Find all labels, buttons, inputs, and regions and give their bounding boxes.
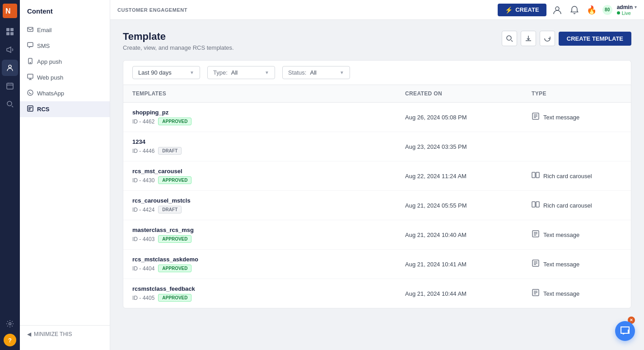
svg-rect-20 bbox=[532, 172, 535, 178]
type-filter[interactable]: Type: All ▼ bbox=[207, 66, 275, 79]
template-name: rcs_carousel_mstcls bbox=[132, 197, 405, 204]
minimize-sidebar-button[interactable]: ◀ MINIMIZE THIS bbox=[20, 325, 110, 343]
svg-point-18 bbox=[507, 36, 511, 40]
svg-point-13 bbox=[30, 62, 31, 63]
svg-rect-22 bbox=[532, 202, 535, 207]
refresh-button[interactable] bbox=[540, 31, 555, 46]
template-name: masterclass_rcs_msg bbox=[132, 227, 405, 233]
svg-rect-5 bbox=[10, 32, 14, 35]
template-meta: ID - 4430 APPROVED bbox=[132, 176, 405, 184]
admin-info: admin ▾ Live bbox=[617, 4, 637, 16]
whatsapp-icon bbox=[27, 90, 33, 97]
date-range-value: Last 90 days bbox=[138, 69, 172, 76]
create-button[interactable]: ⚡ CREATE bbox=[498, 4, 546, 16]
chevron-left-icon: ◀ bbox=[27, 331, 31, 337]
date-range-filter[interactable]: Last 90 days ▼ bbox=[132, 66, 200, 79]
search-button[interactable] bbox=[502, 31, 517, 46]
template-name-cell: shopping_pz ID - 4462 APPROVED bbox=[132, 109, 405, 125]
type-label: Text message bbox=[543, 290, 579, 297]
type-icon bbox=[532, 230, 540, 240]
nav-search-icon[interactable] bbox=[2, 96, 18, 112]
created-on-cell: Aug 23, 2024 03:35 PM bbox=[405, 143, 532, 150]
status-filter-label: Status: bbox=[288, 69, 306, 76]
status-filter[interactable]: Status: All ▼ bbox=[282, 66, 350, 79]
table-row[interactable]: 1234 ID - 4446 DRAFT Aug 23, 2024 03:35 … bbox=[123, 132, 631, 161]
sidebar-item-email[interactable]: Email bbox=[20, 22, 110, 38]
created-on-cell: Aug 21, 2024 10:41 AM bbox=[405, 261, 532, 268]
svg-point-17 bbox=[555, 7, 559, 10]
download-button[interactable] bbox=[521, 31, 536, 46]
created-on-cell: Aug 21, 2024 10:44 AM bbox=[405, 290, 532, 297]
table-row[interactable]: rcs_mst_carousel ID - 4430 APPROVED Aug … bbox=[123, 161, 631, 191]
sidebar-rcs-label: RCS bbox=[37, 106, 49, 113]
nav-help-icon[interactable]: ? bbox=[4, 334, 16, 346]
date-range-chevron: ▼ bbox=[190, 70, 194, 75]
created-on-cell: Aug 21, 2024 05:55 PM bbox=[405, 202, 532, 209]
table-row[interactable]: masterclass_rcs_msg ID - 4403 APPROVED A… bbox=[123, 220, 631, 250]
template-name-cell: rcs_mstclass_askdemo ID - 4404 APPROVED bbox=[132, 256, 405, 272]
svg-text:N: N bbox=[5, 7, 11, 15]
status-badge: DRAFT bbox=[158, 206, 182, 213]
live-label: Live bbox=[622, 10, 631, 16]
template-name-cell: rcs_carousel_mstcls ID - 4424 DRAFT bbox=[132, 197, 405, 213]
header-actions: CREATE TEMPLATE bbox=[502, 31, 631, 46]
template-meta: ID - 4462 APPROVED bbox=[132, 118, 405, 125]
flame-icon[interactable]: 🔥 bbox=[585, 4, 598, 16]
sidebar-item-app-push[interactable]: App push bbox=[20, 54, 110, 70]
sidebar-item-rcs[interactable]: RCS bbox=[20, 101, 110, 117]
nav-calendar-icon[interactable] bbox=[2, 78, 18, 94]
col-templates: Templates bbox=[132, 90, 405, 97]
type-cell: Text message bbox=[532, 259, 622, 269]
type-icon bbox=[532, 112, 540, 122]
admin-name: admin bbox=[617, 4, 633, 10]
live-dot bbox=[617, 11, 620, 14]
sidebar-title: Content bbox=[20, 7, 110, 22]
sidebar-email-label: Email bbox=[37, 27, 52, 33]
template-name: 1234 bbox=[132, 138, 405, 145]
svg-rect-2 bbox=[6, 28, 9, 31]
svg-rect-23 bbox=[536, 202, 539, 207]
template-id: ID - 4446 bbox=[132, 148, 154, 154]
sidebar-item-sms[interactable]: SMS bbox=[20, 38, 110, 54]
nav-grid-icon[interactable] bbox=[2, 24, 18, 40]
notification-icon[interactable] bbox=[568, 4, 581, 16]
type-cell: Text message bbox=[532, 230, 622, 240]
sidebar-item-whatsapp[interactable]: WhatsApp bbox=[20, 85, 110, 101]
status-badge: APPROVED bbox=[158, 294, 191, 302]
profile-icon[interactable] bbox=[551, 4, 564, 16]
type-cell: Text message bbox=[532, 112, 622, 122]
brand-logo[interactable]: N bbox=[3, 4, 17, 18]
created-on-cell: Aug 21, 2024 10:40 AM bbox=[405, 232, 532, 238]
create-template-button[interactable]: CREATE TEMPLATE bbox=[559, 32, 631, 46]
status-badge: APPROVED bbox=[158, 235, 191, 243]
page-title: Template bbox=[123, 31, 234, 43]
chat-bubble-button[interactable] bbox=[615, 321, 635, 341]
type-chevron: ▼ bbox=[265, 70, 269, 75]
type-filter-label: Type: bbox=[213, 69, 228, 76]
notification-count[interactable]: 80 bbox=[602, 5, 612, 15]
template-id: ID - 4404 bbox=[132, 265, 154, 272]
nav-person-icon[interactable] bbox=[2, 60, 18, 76]
nav-settings-icon[interactable] bbox=[2, 316, 18, 332]
template-name-cell: rcsmstclass_feedback ID - 4405 APPROVED bbox=[132, 285, 405, 302]
content-area: Template Create, view, and manage RCS te… bbox=[110, 20, 644, 350]
template-meta: ID - 4403 APPROVED bbox=[132, 235, 405, 243]
table-row[interactable]: rcsmstclass_feedback ID - 4405 APPROVED … bbox=[123, 279, 631, 308]
table-row[interactable]: rcs_mstclass_askdemo ID - 4404 APPROVED … bbox=[123, 250, 631, 279]
svg-rect-21 bbox=[536, 172, 539, 178]
sidebar-item-web-push[interactable]: Web push bbox=[20, 70, 110, 85]
template-name: shopping_pz bbox=[132, 109, 405, 116]
sidebar: Content Email SMS App push Web bbox=[20, 0, 110, 350]
svg-rect-10 bbox=[28, 28, 33, 32]
app-push-icon bbox=[27, 58, 33, 66]
nav-megaphone-icon[interactable] bbox=[2, 42, 18, 58]
template-id: ID - 4403 bbox=[132, 236, 154, 242]
template-meta: ID - 4405 APPROVED bbox=[132, 294, 405, 302]
admin-dropdown-icon[interactable]: ▾ bbox=[635, 5, 637, 9]
template-id: ID - 4405 bbox=[132, 295, 154, 301]
table-row[interactable]: rcs_carousel_mstcls ID - 4424 DRAFT Aug … bbox=[123, 191, 631, 220]
filter-bar: Last 90 days ▼ Type: All ▼ Status: All ▼ bbox=[123, 60, 631, 85]
table-row[interactable]: shopping_pz ID - 4462 APPROVED Aug 26, 2… bbox=[123, 103, 631, 132]
page-subtitle: Create, view, and manage RCS templates. bbox=[123, 44, 234, 51]
icon-nav: N ? bbox=[0, 0, 20, 350]
